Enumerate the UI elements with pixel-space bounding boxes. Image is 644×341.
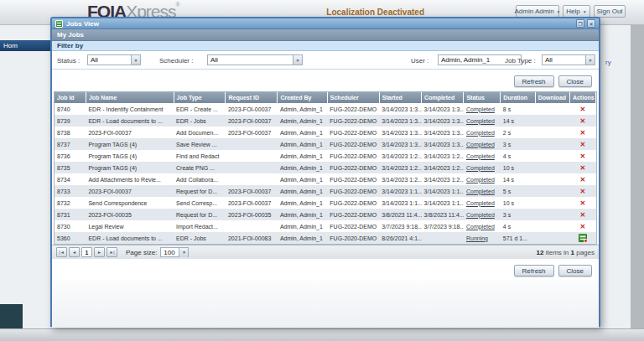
delete-job-icon[interactable]: ✕ bbox=[580, 199, 586, 207]
cell-request-id: 2023-FOI-00037 bbox=[226, 185, 278, 197]
column-header-job-type[interactable]: Job Type bbox=[174, 92, 226, 103]
cell-job-id: 8737 bbox=[55, 138, 86, 150]
cell-completed: 3/14/2023 1:1... bbox=[422, 185, 464, 197]
table-row: 8732Send CorrespondenceSend Corresp...20… bbox=[55, 197, 596, 209]
user-menu-button[interactable]: Admin Admin ▼ bbox=[516, 5, 559, 18]
status-link[interactable]: Completed bbox=[466, 165, 495, 171]
cell-scheduler: FUG-2022-DEMO bbox=[327, 162, 379, 173]
cell-actions: ✕ bbox=[569, 138, 595, 150]
column-header-actions[interactable]: Actions bbox=[569, 92, 595, 103]
cell-started: 3/14/2023 1:1... bbox=[379, 197, 421, 209]
cell-completed: 3/14/2023 1:1... bbox=[422, 197, 464, 209]
cell-created-by: Admin, Admin_1 bbox=[278, 115, 327, 127]
column-header-completed[interactable]: Completed bbox=[422, 92, 464, 103]
sign-out-button[interactable]: Sign Out bbox=[594, 5, 626, 18]
pager-prev-button[interactable]: ◄ bbox=[69, 247, 80, 257]
job-type-select[interactable]: All ▼ bbox=[542, 54, 595, 65]
dialog-titlebar[interactable]: Jobs View ❐ ✕ bbox=[52, 18, 599, 29]
pager-last-button[interactable]: ►| bbox=[106, 247, 117, 257]
delete-job-icon[interactable]: ✕ bbox=[580, 164, 586, 172]
cell-created-by: Admin, Admin_1 bbox=[278, 127, 327, 138]
cell-duration: 14 s bbox=[501, 173, 535, 185]
cell-created-by: Admin, Admin_1 bbox=[278, 162, 327, 173]
delete-job-icon[interactable]: ✕ bbox=[580, 223, 586, 230]
cell-job-id: 8730 bbox=[55, 220, 86, 232]
help-button[interactable]: Help ▼ bbox=[563, 5, 590, 18]
delete-job-icon[interactable]: ✕ bbox=[580, 188, 586, 195]
column-header-scheduler[interactable]: Scheduler bbox=[327, 92, 379, 103]
cell-job-type: EDR - Jobs bbox=[174, 232, 226, 244]
column-header-started[interactable]: Started bbox=[379, 92, 421, 103]
cell-duration: 5 s bbox=[501, 185, 535, 197]
column-header-job-id[interactable]: Job Id bbox=[55, 92, 86, 103]
status-link[interactable]: Completed bbox=[466, 130, 495, 136]
cell-scheduler: FUG-2022-DEMO bbox=[327, 220, 379, 232]
cell-request-id: 2023-FOI-00035 bbox=[226, 209, 278, 220]
close-window-icon[interactable]: ✕ bbox=[587, 19, 595, 28]
chevron-down-icon[interactable]: ▼ bbox=[293, 55, 302, 65]
column-header-status[interactable]: Status bbox=[464, 92, 501, 103]
cell-status: Completed bbox=[464, 127, 501, 138]
cell-duration: 10 s bbox=[501, 197, 535, 209]
pager-first-button[interactable]: |◄ bbox=[56, 247, 67, 257]
column-header-request-id[interactable]: Request ID bbox=[226, 92, 278, 103]
column-header-job-name[interactable]: Job Name bbox=[86, 92, 174, 103]
delete-job-icon[interactable]: ✕ bbox=[580, 106, 586, 113]
stop-job-icon[interactable] bbox=[579, 234, 587, 242]
column-header-created-by[interactable]: Created By bbox=[278, 92, 327, 103]
cell-duration: 571 d 1... bbox=[501, 232, 535, 244]
cell-created-by: Admin, Admin_1 bbox=[278, 138, 327, 150]
jobs-table-wrap: Job IdJob NameJob TypeRequest IDCreated … bbox=[54, 91, 597, 245]
status-link[interactable]: Completed bbox=[466, 224, 495, 230]
table-row: 5360EDR - Load documents to ...EDR - Job… bbox=[55, 232, 596, 244]
refresh-button[interactable]: Refresh bbox=[514, 265, 554, 276]
cell-started: 3/14/2023 1:2... bbox=[379, 162, 421, 173]
column-header-duration[interactable]: Duration bbox=[501, 92, 535, 103]
status-link[interactable]: Completed bbox=[466, 177, 495, 183]
cell-job-type: Request for D... bbox=[174, 209, 226, 220]
status-select[interactable]: All ▼ bbox=[87, 54, 141, 65]
delete-job-icon[interactable]: ✕ bbox=[580, 176, 586, 183]
cell-status: Completed bbox=[464, 138, 501, 150]
chevron-down-icon[interactable]: ▼ bbox=[179, 248, 188, 257]
status-link[interactable]: Completed bbox=[466, 189, 495, 194]
delete-job-icon[interactable]: ✕ bbox=[580, 211, 586, 219]
cell-status: Completed bbox=[464, 185, 501, 197]
chevron-down-icon[interactable]: ▼ bbox=[585, 55, 595, 65]
status-link[interactable]: Completed bbox=[466, 153, 495, 159]
user-label: User : bbox=[411, 57, 428, 65]
registered-mark: ® bbox=[176, 2, 179, 8]
cell-duration: 3 s bbox=[501, 209, 535, 220]
status-link[interactable]: Completed bbox=[466, 212, 495, 218]
page-size-select[interactable]: 100 ▼ bbox=[160, 247, 189, 257]
delete-job-icon[interactable]: ✕ bbox=[580, 117, 586, 125]
chevron-down-icon[interactable]: ▼ bbox=[131, 55, 140, 65]
restore-window-icon[interactable]: ❐ bbox=[576, 19, 584, 28]
delete-job-icon[interactable]: ✕ bbox=[580, 152, 586, 160]
delete-job-icon[interactable]: ✕ bbox=[580, 129, 586, 137]
cell-status: Completed bbox=[464, 197, 501, 209]
cell-created-by: Admin, Admin_1 bbox=[278, 232, 327, 244]
status-link[interactable]: Completed bbox=[466, 200, 495, 206]
cell-status: Completed bbox=[464, 162, 501, 173]
column-header-download[interactable]: Download bbox=[535, 92, 569, 103]
status-link[interactable]: Running bbox=[466, 235, 488, 241]
status-link[interactable]: Completed bbox=[466, 118, 495, 124]
delete-job-icon[interactable]: ✕ bbox=[580, 141, 586, 148]
cell-duration: 14 s bbox=[501, 115, 535, 127]
status-link[interactable]: Completed bbox=[466, 106, 495, 112]
cell-scheduler: FUG-2022-DEMO bbox=[327, 150, 379, 162]
refresh-button[interactable]: Refresh bbox=[514, 75, 554, 87]
pages-text: pages bbox=[576, 249, 595, 256]
close-button[interactable]: Close bbox=[558, 265, 592, 276]
close-button[interactable]: Close bbox=[558, 75, 592, 87]
cell-job-id: 8733 bbox=[55, 185, 86, 197]
scheduler-select[interactable]: All ▼ bbox=[207, 54, 303, 65]
status-link[interactable]: Completed bbox=[466, 142, 495, 147]
cell-started: 3/14/2023 1:3... bbox=[379, 138, 421, 150]
dialog-title: Jobs View bbox=[66, 20, 574, 28]
cell-actions: ✕ bbox=[569, 103, 595, 115]
pager-current-page[interactable]: 1 bbox=[81, 247, 92, 257]
cell-completed: 3/14/2023 1:3... bbox=[422, 138, 464, 150]
pager-next-button[interactable]: ► bbox=[94, 247, 105, 257]
